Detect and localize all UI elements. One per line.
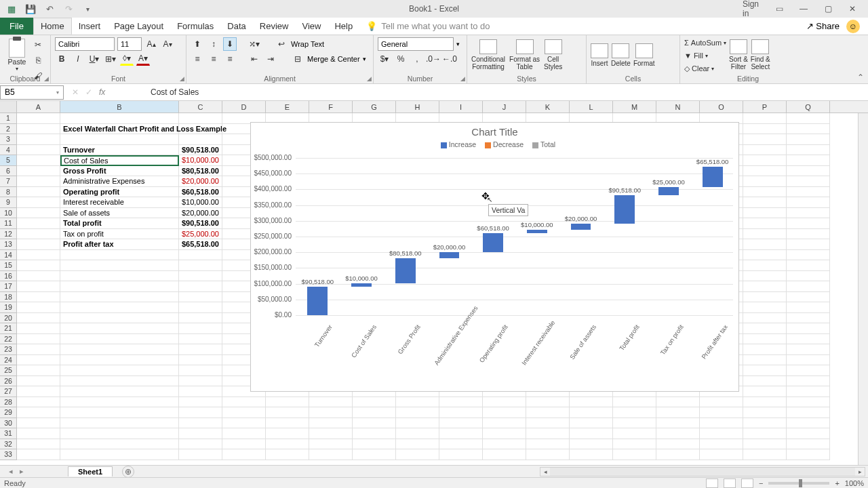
vertical-scrollbar[interactable]	[858, 113, 868, 465]
select-all-corner[interactable]	[0, 101, 17, 113]
tab-data[interactable]: Data	[220, 18, 252, 35]
copy-icon[interactable]: ⎘	[31, 54, 45, 67]
zoom-out-icon[interactable]: −	[759, 479, 763, 487]
align-middle-icon[interactable]: ↕	[207, 37, 220, 51]
chart-bar[interactable]	[703, 167, 723, 187]
qat-customize-icon[interactable]: ▾	[81, 3, 94, 15]
emoji-feedback-icon[interactable]: ☺	[846, 20, 860, 33]
zoom-slider[interactable]	[768, 482, 829, 485]
italic-button[interactable]: I	[71, 52, 85, 66]
scroll-left-icon[interactable]: ◂	[540, 468, 550, 476]
col-header[interactable]: Q	[787, 101, 830, 113]
font-launcher-icon[interactable]: ◢	[180, 75, 184, 82]
tab-home[interactable]: Home	[33, 18, 72, 35]
chart-title[interactable]: Chart Title	[251, 123, 738, 138]
col-header[interactable]: M	[613, 101, 656, 113]
page-break-view-icon[interactable]	[741, 479, 753, 488]
col-header[interactable]: A	[17, 101, 60, 113]
zoom-level[interactable]: 100%	[845, 479, 864, 487]
chart-bar[interactable]	[395, 258, 416, 283]
fill-color-button[interactable]: ◊▾	[120, 52, 134, 66]
col-header[interactable]: L	[570, 101, 613, 113]
col-header[interactable]: C	[179, 101, 222, 113]
tab-insert[interactable]: Insert	[72, 18, 108, 35]
enter-formula-icon[interactable]: ✓	[85, 87, 92, 97]
normal-view-icon[interactable]	[706, 479, 718, 488]
cancel-formula-icon[interactable]: ✕	[72, 87, 79, 97]
share-button[interactable]: ↗ Share	[806, 21, 840, 31]
wrap-text-button[interactable]: ↩	[275, 37, 288, 51]
fill-button[interactable]: ▼Fill▾	[684, 49, 726, 62]
delete-cells-button[interactable]: Delete	[611, 37, 631, 73]
tab-file[interactable]: File	[0, 18, 33, 35]
minimize-icon[interactable]: ―	[797, 4, 810, 14]
percent-icon[interactable]: %	[394, 52, 408, 66]
bold-button[interactable]: B	[55, 52, 68, 66]
clipboard-launcher-icon[interactable]: ◢	[44, 75, 49, 82]
tab-help[interactable]: Help	[328, 18, 359, 35]
sheet-nav-prev-icon[interactable]: ◂	[9, 467, 13, 476]
clear-button[interactable]: ◇Clear▾	[684, 62, 726, 75]
chart-bar[interactable]	[439, 252, 460, 258]
col-header[interactable]: P	[743, 101, 787, 113]
comma-style-icon[interactable]: ,	[410, 52, 424, 66]
col-header[interactable]: E	[266, 101, 309, 113]
font-size-input[interactable]	[117, 37, 142, 51]
increase-decimal-icon[interactable]: .0→	[427, 52, 440, 66]
currency-icon[interactable]: $▾	[378, 52, 391, 66]
chart-bar[interactable]	[658, 187, 679, 195]
cell-styles-button[interactable]: Cell Styles	[544, 37, 562, 73]
sheet-nav-next-icon[interactable]: ▸	[20, 467, 24, 476]
maximize-icon[interactable]: ▢	[822, 4, 834, 14]
chart-bar[interactable]	[307, 287, 328, 315]
sign-in-link[interactable]: Sign in	[745, 0, 757, 18]
save-icon[interactable]: 💾	[24, 3, 37, 15]
insert-cells-button[interactable]: Insert	[591, 37, 608, 73]
align-center-icon[interactable]: ≡	[207, 52, 220, 66]
tellme-search[interactable]: 💡 Tell me what you want to do	[359, 18, 496, 35]
page-layout-view-icon[interactable]	[724, 479, 736, 488]
tab-view[interactable]: View	[295, 18, 328, 35]
spreadsheet-grid[interactable]: A B C D E F G H I J K L M N O P Q 12Exce…	[0, 101, 868, 465]
undo-icon[interactable]: ↶	[43, 3, 56, 15]
col-header[interactable]: I	[439, 101, 483, 113]
decrease-font-icon[interactable]: A▾	[161, 37, 174, 51]
col-header[interactable]: B	[60, 101, 179, 113]
zoom-in-icon[interactable]: +	[835, 479, 839, 487]
tab-review[interactable]: Review	[253, 18, 296, 35]
chart-bar[interactable]	[527, 230, 547, 233]
col-header[interactable]: O	[700, 101, 743, 113]
horizontal-scrollbar[interactable]: ◂ ▸	[540, 467, 865, 476]
cut-icon[interactable]: ✂	[31, 38, 45, 52]
align-top-icon[interactable]: ⬆	[191, 37, 204, 51]
font-name-input[interactable]	[55, 37, 115, 51]
col-header[interactable]: J	[483, 101, 526, 113]
col-header[interactable]: D	[222, 101, 266, 113]
increase-font-icon[interactable]: A▴	[144, 37, 158, 51]
formula-input[interactable]: Cost of Sales	[145, 87, 868, 97]
paste-button[interactable]: Paste▾	[4, 37, 30, 73]
redo-icon[interactable]: ↷	[62, 3, 75, 15]
format-cells-button[interactable]: Format	[633, 37, 655, 73]
increase-indent-icon[interactable]: ⇥	[264, 52, 277, 66]
ribbon-display-icon[interactable]: ▭	[773, 4, 785, 14]
chart-bar[interactable]	[483, 233, 503, 252]
merge-center-button[interactable]: ⊟	[291, 52, 304, 66]
conditional-formatting-button[interactable]: Conditional Formatting	[471, 37, 505, 73]
col-header[interactable]: H	[396, 101, 439, 113]
chart-bar[interactable]	[614, 195, 635, 224]
number-format-select[interactable]	[378, 37, 454, 51]
add-sheet-button[interactable]: ⊕	[122, 466, 134, 478]
sort-filter-button[interactable]: Sort & Filter	[729, 37, 748, 73]
name-box[interactable]: B5▾	[0, 85, 64, 100]
collapse-ribbon-icon[interactable]: ⌃	[857, 73, 864, 82]
chart-bar[interactable]	[571, 224, 591, 230]
fx-icon[interactable]: fx	[99, 87, 105, 97]
scroll-right-icon[interactable]: ▸	[855, 468, 865, 476]
col-header[interactable]: N	[656, 101, 700, 113]
align-left-icon[interactable]: ≡	[191, 52, 204, 66]
find-select-button[interactable]: Find & Select	[751, 37, 770, 73]
waterfall-chart[interactable]: Chart Title Increase Decrease Total ✥↖ V…	[250, 122, 739, 392]
alignment-launcher-icon[interactable]: ◢	[367, 75, 372, 82]
autosum-button[interactable]: ΣAutoSum▾	[684, 37, 726, 49]
